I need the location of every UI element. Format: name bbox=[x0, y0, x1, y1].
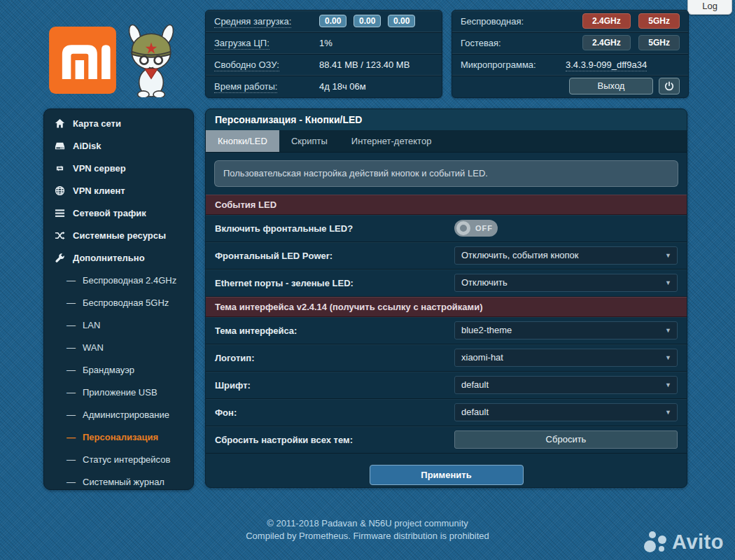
wireless-row: Беспроводная: 2.4GHz 5GHz bbox=[452, 10, 688, 31]
uptime-row: Время работы: 4д 18ч 06м bbox=[206, 75, 442, 97]
power-icon bbox=[664, 81, 674, 91]
tab-buttons-led[interactable]: Кнопки/LED bbox=[206, 130, 279, 152]
wireless-5ghz-button[interactable]: 5GHz bbox=[638, 13, 680, 29]
background-label: Фон: bbox=[215, 407, 454, 418]
selected-value: default bbox=[461, 407, 489, 417]
front-led-power-select[interactable]: Отключить, события кнопок ▼ bbox=[454, 246, 678, 265]
sidebar-item-system-resources[interactable]: Системные ресурсы bbox=[44, 224, 193, 246]
theme-select[interactable]: blue2-theme ▼ bbox=[454, 321, 678, 340]
tab-bar: Кнопки/LED Скрипты Интернет-детектор bbox=[206, 130, 687, 153]
globe-icon bbox=[55, 186, 65, 196]
sidebar-subitem-label: WAN bbox=[83, 342, 104, 353]
logo-row: Логотип: xiaomi-hat ▼ bbox=[206, 344, 687, 372]
chevron-down-icon: ▼ bbox=[665, 349, 671, 366]
chevron-down-icon: ▼ bbox=[665, 322, 671, 339]
chevron-down-icon: ▼ bbox=[665, 377, 671, 393]
repeat-icon bbox=[55, 163, 65, 174]
log-button[interactable]: Log bbox=[687, 0, 732, 15]
sidebar: Карта сети AiDisk VPN сервер VPN клиент … bbox=[43, 108, 194, 490]
sidebar-item-wireless-24ghz[interactable]: —Беспроводная 2.4GHz bbox=[44, 269, 193, 291]
sidebar-item-lan[interactable]: —LAN bbox=[44, 314, 193, 336]
sidebar-item-network-map[interactable]: Карта сети bbox=[44, 112, 193, 134]
home-icon bbox=[55, 118, 65, 129]
footer-compiled: Compiled by Prometheus. Firmware distrib… bbox=[0, 530, 735, 542]
sidebar-item-vpn-server[interactable]: VPN сервер bbox=[44, 157, 193, 179]
sidebar-subitem-label: Персонализация bbox=[83, 432, 158, 442]
load-average-row: Средняя загрузка: 0.00 0.00 0.00 bbox=[206, 10, 442, 31]
system-stats-panel: Средняя загрузка: 0.00 0.00 0.00 Загрузк… bbox=[205, 10, 442, 98]
dash-icon: — bbox=[66, 387, 76, 398]
ethernet-led-row: Ethernet порты - зеленые LED: Отключить … bbox=[206, 270, 687, 297]
background-select[interactable]: default ▼ bbox=[454, 403, 678, 421]
load-badge-1: 0.00 bbox=[319, 15, 346, 27]
sidebar-subitem-label: LAN bbox=[83, 320, 100, 330]
chevron-down-icon: ▼ bbox=[665, 274, 671, 291]
font-select[interactable]: default ▼ bbox=[454, 376, 678, 394]
sidebar-item-wan[interactable]: —WAN bbox=[44, 336, 193, 358]
firmware-label: Микропрограмма: bbox=[461, 59, 566, 70]
free-ram-label: Свободно ОЗУ: bbox=[214, 59, 279, 71]
sidebar-item-wireless-5ghz[interactable]: —Беспроводная 5GHz bbox=[44, 291, 193, 314]
logout-button[interactable]: Выход bbox=[569, 78, 653, 94]
ethernet-led-label: Ethernet порты - зеленые LED: bbox=[215, 278, 454, 288]
sidebar-item-label: AiDisk bbox=[73, 141, 101, 151]
sidebar-item-label: VPN сервер bbox=[73, 163, 126, 174]
ethernet-led-select[interactable]: Отключить ▼ bbox=[454, 274, 678, 292]
uptime-label: Время работы: bbox=[214, 81, 277, 93]
font-row: Шрифт: default ▼ bbox=[206, 372, 687, 399]
guest-label: Гостевая: bbox=[461, 38, 566, 48]
firmware-version: 3.4.3.9-099_dff9a34 bbox=[566, 59, 647, 71]
traffic-bars-icon bbox=[55, 208, 65, 218]
sidebar-item-advanced[interactable]: Дополнительно bbox=[44, 246, 193, 269]
mi-logo-icon bbox=[48, 25, 118, 95]
sidebar-item-label: Карта сети bbox=[73, 118, 121, 129]
background-row: Фон: default ▼ bbox=[206, 399, 687, 426]
wireless-24ghz-button[interactable]: 2.4GHz bbox=[582, 13, 631, 29]
sidebar-item-administration[interactable]: —Администрирование bbox=[44, 403, 193, 426]
disk-icon bbox=[55, 141, 65, 151]
front-led-power-label: Фронтальный LED Power: bbox=[215, 251, 454, 261]
sidebar-item-vpn-client[interactable]: VPN клиент bbox=[44, 179, 193, 202]
sidebar-item-aidisk[interactable]: AiDisk bbox=[44, 134, 193, 157]
wireless-label: Беспроводная: bbox=[461, 16, 566, 27]
guest-24ghz-button[interactable]: 2.4GHz bbox=[582, 35, 631, 50]
sidebar-item-network-traffic[interactable]: Сетевой трафик bbox=[44, 202, 193, 224]
reboot-button[interactable] bbox=[659, 78, 680, 94]
sidebar-item-system-log[interactable]: —Системный журнал bbox=[44, 470, 193, 493]
uptime-value: 4д 18ч 06м bbox=[319, 81, 366, 92]
chevron-down-icon: ▼ bbox=[665, 247, 671, 264]
chevron-down-icon: ▼ bbox=[665, 404, 671, 421]
page-title: Персонализация - Кнопки/LED bbox=[206, 109, 687, 130]
mi-bunny-mascot-icon bbox=[118, 23, 185, 97]
sidebar-item-personalization[interactable]: —Персонализация bbox=[44, 426, 193, 448]
shuffle-icon bbox=[55, 230, 65, 241]
sidebar-item-label: Дополнительно bbox=[73, 253, 145, 263]
toggle-knob-icon bbox=[456, 221, 470, 235]
sidebar-subitem-label: Системный журнал bbox=[83, 477, 164, 487]
sidebar-subitem-label: Приложение USB bbox=[83, 387, 158, 398]
theme-label: Тема интерфейса: bbox=[215, 326, 454, 336]
dash-icon: — bbox=[66, 477, 76, 487]
sidebar-item-firewall[interactable]: —Брандмауэр bbox=[44, 358, 193, 381]
load-badge-15: 0.00 bbox=[388, 15, 415, 27]
dash-icon: — bbox=[66, 320, 76, 330]
front-led-toggle[interactable]: OFF bbox=[454, 220, 498, 237]
sidebar-item-interface-status[interactable]: —Статус интерфейсов bbox=[44, 448, 193, 470]
selected-value: blue2-theme bbox=[461, 325, 512, 335]
tab-scripts[interactable]: Скрипты bbox=[279, 130, 340, 152]
avito-logo-icon bbox=[643, 529, 668, 554]
theme-row: Тема интерфейса: blue2-theme ▼ bbox=[206, 317, 687, 344]
sidebar-item-usb-app[interactable]: —Приложение USB bbox=[44, 381, 193, 403]
front-led-power-row: Фронтальный LED Power: Отключить, событи… bbox=[206, 242, 687, 270]
wireless-panel: Беспроводная: 2.4GHz 5GHz Гостевая: 2.4G… bbox=[451, 10, 689, 98]
dash-icon: — bbox=[66, 298, 76, 308]
front-led-enable-label: Включить фронтальные LED? bbox=[215, 223, 454, 234]
logo-select[interactable]: xiaomi-hat ▼ bbox=[454, 349, 678, 367]
dash-icon: — bbox=[66, 432, 76, 442]
tab-internet-detector[interactable]: Интернет-детектор bbox=[340, 130, 444, 152]
reset-button[interactable]: Сбросить bbox=[454, 430, 678, 449]
apply-button[interactable]: Применить bbox=[370, 465, 524, 485]
guest-row: Гостевая: 2.4GHz 5GHz bbox=[452, 31, 688, 53]
sidebar-item-label: Сетевой трафик bbox=[73, 208, 146, 218]
guest-5ghz-button[interactable]: 5GHz bbox=[638, 35, 680, 50]
